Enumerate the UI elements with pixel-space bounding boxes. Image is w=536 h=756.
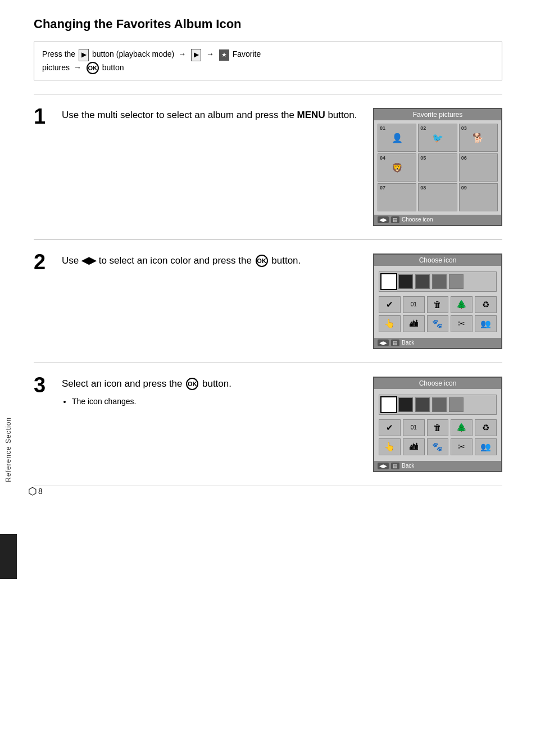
footer-2-btn: ◀▶ bbox=[378, 339, 389, 346]
fav-cell-09: 09 bbox=[459, 183, 498, 211]
icon-3-cell-hand: 👆 bbox=[379, 438, 401, 455]
icon-grid-2-row1: ✔ 01 🗑 🌲 ♻ bbox=[379, 296, 497, 313]
screen-2-body: ✔ 01 🗑 🌲 ♻ 👆 🏙 🐾 ✂ 👥 bbox=[374, 266, 501, 338]
step-1-main: Use the multi selector to select an albu… bbox=[62, 108, 362, 123]
instruction-text3: button bbox=[102, 63, 124, 72]
footer-1-btn2: ▤ bbox=[391, 216, 399, 223]
page-wrapper: Changing the Favorites Album Icon Press … bbox=[0, 0, 536, 509]
arrow-3: → bbox=[74, 63, 81, 72]
ok-icon: OK bbox=[87, 62, 99, 74]
fav-cell-02: 02🐦 bbox=[418, 124, 457, 152]
camera-screen-2: Choose icon ✔ 01 🗑 🌲 bbox=[373, 253, 502, 349]
step-1-row: 1 Use the multi selector to select an al… bbox=[34, 94, 502, 240]
instruction-box: Press the ▶ button (playback mode) → ▶ →… bbox=[34, 42, 502, 80]
ok-badge-2: OK bbox=[256, 255, 268, 267]
icon-3-cell-check: ✔ bbox=[379, 419, 401, 436]
footer-3-btn: ◀▶ bbox=[378, 463, 389, 469]
step-3-bullets: The icon changes. bbox=[72, 395, 362, 408]
icon-grid-3-row1: ✔ 01 🗑 🌲 ♻ bbox=[379, 419, 497, 436]
icon-3-cell-people: 👥 bbox=[475, 438, 497, 455]
fav-cell-03: 03🐕 bbox=[459, 124, 498, 152]
screen-3-footer: ◀▶ ▤ Back bbox=[374, 461, 501, 471]
color-swatch-3-white bbox=[381, 397, 396, 412]
camera-screen-1: Favorite pictures 01👤 02🐦 03🐕 04🦁 05 06 … bbox=[373, 108, 502, 226]
page-number: ⬡ 8 bbox=[28, 485, 43, 497]
ok-badge-3: OK bbox=[186, 378, 198, 390]
icon-cell-building: 🏙 bbox=[403, 315, 425, 332]
icon-grid-3-row2: 👆 🏙 🐾 ✂ 👥 bbox=[379, 438, 497, 455]
arrow-1: → bbox=[178, 49, 186, 58]
step-2-main: Use ◀▶ to select an icon color and press… bbox=[62, 253, 362, 268]
step-2-number: 2 bbox=[34, 251, 62, 273]
sidebar-text: Reference Section bbox=[4, 417, 12, 482]
step-2-text: Use ◀▶ to select an icon color and press… bbox=[62, 253, 373, 273]
fav-cell-07: 07 bbox=[378, 183, 416, 211]
step-1-number: 1 bbox=[34, 106, 62, 127]
step-2-row: 2 Use ◀▶ to select an icon color and pre… bbox=[34, 240, 502, 363]
screen-2-title: Choose icon bbox=[374, 255, 501, 266]
color-row-3 bbox=[379, 395, 497, 415]
icon-3-cell-building: 🏙 bbox=[403, 438, 425, 455]
icon-cell-check: ✔ bbox=[379, 296, 401, 313]
icon-3-cell-01: 01 bbox=[403, 419, 425, 436]
footer-2-btn2: ▤ bbox=[391, 339, 399, 346]
screen-1-title: Favorite pictures bbox=[374, 109, 501, 120]
icon-cell-01: 01 bbox=[403, 296, 425, 313]
screen-2-footer: ◀▶ ▤ Back bbox=[374, 338, 501, 348]
screen-1-body: 01👤 02🐦 03🐕 04🦁 05 06 07 08 09 bbox=[374, 120, 501, 215]
footer-2-text: Back bbox=[402, 339, 414, 346]
footer-1-btn: ◀▶ bbox=[378, 216, 389, 223]
color-swatch-white bbox=[381, 274, 396, 289]
icon-3-cell-recycle: ♻ bbox=[475, 419, 497, 436]
footer-1-text: Choose icon bbox=[402, 216, 433, 223]
instruction-text1: button (playback mode) bbox=[92, 49, 176, 58]
page-title: Changing the Favorites Album Icon bbox=[34, 17, 502, 31]
instruction-prefix: Press the bbox=[42, 49, 78, 58]
color-swatch-3-gray2 bbox=[449, 397, 464, 412]
screen-1-footer: ◀▶ ▤ Choose icon bbox=[374, 215, 501, 225]
icon-3-cell-trash: 🗑 bbox=[427, 419, 449, 436]
sidebar-label: Reference Section bbox=[0, 393, 17, 506]
fav-cell-01: 01👤 bbox=[378, 124, 416, 152]
step-3-number: 3 bbox=[34, 374, 62, 396]
color-swatch-3-black2 bbox=[415, 397, 430, 412]
icon-cell-trash: 🗑 bbox=[427, 296, 449, 313]
page-icon: ⬡ bbox=[28, 485, 37, 497]
playback-button-icon: ▶ bbox=[79, 49, 89, 61]
fav-grid: 01👤 02🐦 03🐕 04🦁 05 06 07 08 09 bbox=[378, 124, 498, 211]
camera-screen-3: Choose icon ✔ 01 🗑 🌲 bbox=[373, 377, 502, 472]
fav-cell-04: 04🦁 bbox=[378, 153, 416, 182]
fav-cell-08: 08 bbox=[418, 183, 457, 211]
icon-cell-tree: 🌲 bbox=[451, 296, 473, 313]
favorite-icon: ★ bbox=[219, 49, 229, 61]
icon-cell-scissors: ✂ bbox=[451, 315, 473, 332]
color-swatch-gray2 bbox=[449, 274, 464, 289]
icon-cell-paw: 🐾 bbox=[427, 315, 449, 332]
icon-3-cell-tree: 🌲 bbox=[451, 419, 473, 436]
color-swatch-gray1 bbox=[432, 274, 447, 289]
fav-cell-06: 06 bbox=[459, 153, 498, 182]
color-swatch-3-gray1 bbox=[432, 397, 447, 412]
step-3-bullet-1: The icon changes. bbox=[72, 395, 362, 408]
menu-bold: MENU bbox=[297, 110, 325, 120]
fav-cell-05: 05 bbox=[418, 153, 457, 182]
page-num-text: 8 bbox=[38, 487, 43, 496]
color-row-2 bbox=[379, 271, 497, 292]
arrow-strong: ◀▶ bbox=[81, 255, 96, 266]
step-1-screen: Favorite pictures 01👤 02🐦 03🐕 04🦁 05 06 … bbox=[373, 108, 502, 226]
icon-3-cell-scissors: ✂ bbox=[451, 438, 473, 455]
step-3-row: 3 Select an icon and press the OK button… bbox=[34, 363, 502, 486]
icon-cell-hand: 👆 bbox=[379, 315, 401, 332]
step-3-text: Select an icon and press the OK button. … bbox=[62, 377, 373, 408]
playback-button2-icon: ▶ bbox=[191, 49, 201, 61]
step-3-screen: Choose icon ✔ 01 🗑 🌲 bbox=[373, 377, 502, 472]
step-2-screen: Choose icon ✔ 01 🗑 🌲 bbox=[373, 253, 502, 349]
color-swatch-black1 bbox=[398, 274, 413, 289]
icon-3-cell-paw: 🐾 bbox=[427, 438, 449, 455]
color-swatch-black2 bbox=[415, 274, 430, 289]
icon-cell-people: 👥 bbox=[475, 315, 497, 332]
footer-3-text: Back bbox=[402, 463, 414, 469]
footer-3-btn2: ▤ bbox=[391, 463, 399, 469]
icon-cell-recycle: ♻ bbox=[475, 296, 497, 313]
step-3-main: Select an icon and press the OK button. bbox=[62, 377, 362, 391]
